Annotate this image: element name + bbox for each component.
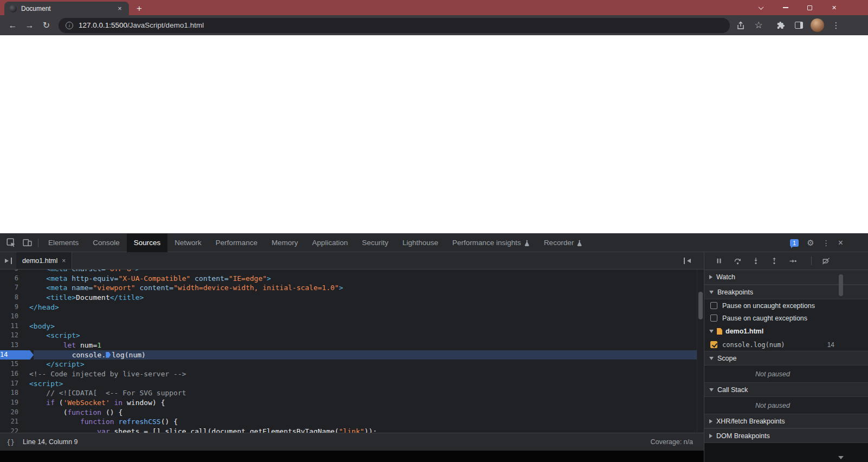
- code-line-5: 5 <meta charset="UTF-8">: [0, 270, 697, 274]
- checkbox-unchecked[interactable]: [710, 315, 717, 322]
- toggle-navigator-button[interactable]: [0, 252, 16, 269]
- code-token: [29, 270, 46, 273]
- checkbox-checked[interactable]: [710, 341, 717, 348]
- code-text: (function () {: [25, 408, 697, 418]
- sidebar-scrollbar[interactable]: [838, 270, 844, 451]
- line-number[interactable]: 17: [0, 379, 25, 389]
- site-info-icon[interactable]: i: [66, 22, 73, 29]
- devtools-tab-security[interactable]: Security: [355, 234, 396, 252]
- devtools-tab-memory[interactable]: Memory: [264, 234, 305, 252]
- tab-label: Lighthouse: [403, 239, 438, 247]
- line-number[interactable]: 9: [0, 303, 25, 312]
- sources-editor-column: demo1.html × 5 <meta charset="UTF-8">6 <…: [0, 252, 704, 462]
- bookmark-button[interactable]: ☆: [753, 20, 765, 31]
- line-number[interactable]: 14: [0, 350, 34, 360]
- code-token: >: [267, 274, 271, 283]
- line-number[interactable]: 8: [0, 293, 25, 303]
- devtools-tab-sources[interactable]: Sources: [127, 234, 168, 252]
- code-token: http-equiv=: [72, 274, 118, 283]
- page-content: [0, 35, 868, 233]
- browser-menu-button[interactable]: ⋮: [830, 20, 842, 31]
- checkbox-unchecked[interactable]: [710, 302, 717, 309]
- line-number[interactable]: 18: [0, 388, 25, 398]
- flask-icon: [576, 240, 582, 246]
- line-number[interactable]: 5: [0, 270, 25, 274]
- line-number[interactable]: 16: [0, 369, 25, 379]
- inline-breakpoint-marker[interactable]: [106, 352, 111, 358]
- code-token: () {: [161, 418, 178, 426]
- line-number[interactable]: 7: [0, 283, 25, 293]
- line-number[interactable]: 21: [0, 417, 25, 427]
- devtools-tab-performance-insights[interactable]: Performance insights: [445, 234, 537, 252]
- maximize-button[interactable]: [798, 0, 822, 15]
- line-number[interactable]: 20: [0, 408, 25, 418]
- section-label: XHR/fetch Breakpoints: [716, 418, 785, 425]
- devtools-tab-lighthouse[interactable]: Lighthouse: [396, 234, 445, 252]
- code-token: [29, 360, 46, 368]
- flask-icon: [524, 240, 530, 246]
- chevron-down-icon: [709, 388, 714, 392]
- code-token: in: [114, 399, 123, 407]
- toggle-debugger-icon: [684, 258, 691, 264]
- browser-tab[interactable]: Document ×: [4, 2, 129, 15]
- forward-button[interactable]: →: [21, 17, 38, 34]
- settings-button[interactable]: ⚙: [807, 238, 814, 248]
- devtools-tab-performance[interactable]: Performance: [209, 234, 264, 252]
- editor-scrollbar-thumb[interactable]: [698, 292, 703, 319]
- line-number[interactable]: 12: [0, 331, 25, 341]
- extensions-button[interactable]: [775, 20, 787, 31]
- devtools-tab-elements[interactable]: Elements: [41, 234, 86, 252]
- line-number[interactable]: 11: [0, 322, 25, 331]
- line-number[interactable]: 19: [0, 398, 25, 408]
- devtools-tab-recorder[interactable]: Recorder: [537, 234, 590, 252]
- line-number[interactable]: 15: [0, 360, 25, 369]
- step-button[interactable]: [788, 256, 797, 265]
- devtools-tab-network[interactable]: Network: [167, 234, 209, 252]
- deactivate-breakpoints-button[interactable]: [821, 256, 830, 265]
- minimize-button[interactable]: [773, 0, 798, 15]
- devtools-close-button[interactable]: ×: [838, 238, 843, 248]
- devtools-tab-console[interactable]: Console: [86, 234, 127, 252]
- new-tab-button[interactable]: +: [132, 2, 146, 15]
- chevron-right-icon: [709, 275, 712, 279]
- tab-search-button[interactable]: [749, 0, 773, 15]
- file-tab-strip: demo1.html ×: [0, 252, 704, 270]
- address-bar[interactable]: i 127.0.0.1:5500/JavaScript/demo1.html: [59, 18, 730, 33]
- profile-avatar[interactable]: [811, 18, 824, 32]
- file-tab-close-icon[interactable]: ×: [62, 257, 66, 265]
- side-panel-button[interactable]: [793, 20, 805, 31]
- toggle-debugger-button[interactable]: [679, 252, 695, 269]
- reload-button[interactable]: ↻: [38, 17, 55, 34]
- step-into-button[interactable]: [752, 256, 760, 265]
- pretty-print-button[interactable]: {}: [7, 438, 15, 446]
- code-editor[interactable]: 5 <meta charset="UTF-8">6 <meta http-equ…: [0, 270, 704, 433]
- window-close-button[interactable]: ×: [822, 0, 846, 15]
- step-over-icon: [734, 257, 742, 265]
- step-over-button[interactable]: [733, 256, 742, 265]
- tab-close-icon[interactable]: ×: [115, 4, 124, 13]
- back-button[interactable]: ←: [4, 17, 21, 34]
- step-out-button[interactable]: [770, 256, 779, 265]
- maximize-icon: [807, 5, 812, 10]
- code-token: var: [97, 427, 109, 433]
- code-token: // <![CDATA[ <-- For SVG support: [46, 389, 186, 397]
- inspect-element-button[interactable]: [3, 234, 19, 252]
- line-number[interactable]: 22: [0, 427, 25, 433]
- file-tab-label: demo1.html: [22, 257, 57, 265]
- file-tab-demo1[interactable]: demo1.html ×: [16, 252, 72, 269]
- section-label: DOM Breakpoints: [716, 432, 770, 440]
- line-number[interactable]: 13: [0, 341, 25, 350]
- pause-button[interactable]: [715, 256, 723, 265]
- devtools-menu-button[interactable]: ⋮: [822, 239, 830, 247]
- device-toolbar-button[interactable]: [19, 234, 35, 252]
- line-number[interactable]: 6: [0, 274, 25, 284]
- devtools-tab-application[interactable]: Application: [305, 234, 355, 252]
- sidebar-scrollbar-thumb[interactable]: [839, 274, 843, 296]
- deactivate-breakpoints-icon: [822, 257, 830, 265]
- share-button[interactable]: [735, 20, 747, 31]
- editor-scrollbar[interactable]: [697, 270, 704, 433]
- scrollbar-down-arrow[interactable]: [838, 456, 844, 459]
- line-number[interactable]: 10: [0, 312, 25, 322]
- console-messages-badge[interactable]: 1: [790, 239, 799, 247]
- code-token: [29, 274, 46, 283]
